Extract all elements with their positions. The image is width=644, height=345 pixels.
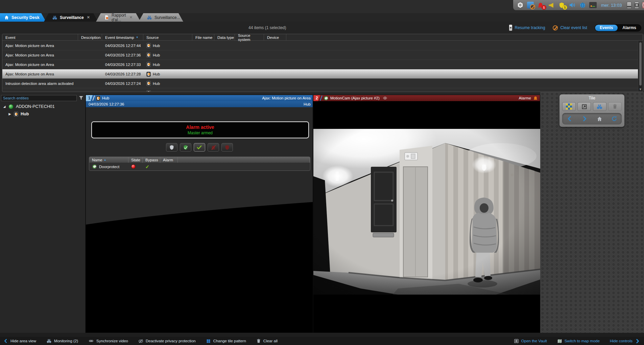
hub-icon xyxy=(96,96,100,101)
scrollbar-thumb[interactable] xyxy=(639,42,642,86)
search-input[interactable] xyxy=(1,95,77,101)
blocked-window-icon[interactable] xyxy=(527,2,534,8)
hide-area-view-button[interactable]: Hide area view xyxy=(3,339,36,343)
event-row[interactable]: Ajax: Motion picture on Area04/03/2026 1… xyxy=(2,41,638,50)
event-toolbar: 44 items (1 selected) Resume tracking Cl… xyxy=(0,22,644,34)
entity-tree: ◢ ADDON-PCTECH01 ▶ Hub xyxy=(0,103,85,118)
tile-vignette xyxy=(86,189,313,332)
change-tile-pattern-button[interactable]: Change tile pattern xyxy=(206,339,246,344)
volume-tray-icon[interactable] xyxy=(568,1,576,9)
hub-icon xyxy=(146,90,151,92)
scrollbar-down-arrow[interactable]: ▼ xyxy=(638,88,643,91)
disarm-button[interactable] xyxy=(166,143,177,152)
col-bypass[interactable]: Bypass xyxy=(143,157,160,163)
col-alarm[interactable]: Alarm xyxy=(160,157,178,163)
col-description[interactable]: Description xyxy=(78,34,102,41)
open-vault-button[interactable]: Open the Vault xyxy=(514,339,547,344)
tab-surveillance-2[interactable]: Surveillance... ✕ xyxy=(139,13,183,22)
home-tile-button[interactable] xyxy=(597,116,602,122)
monitoring-button[interactable]: Monitoring (2) xyxy=(46,338,78,344)
col-event[interactable]: Event xyxy=(2,34,78,41)
network-globe-icon[interactable] xyxy=(579,1,586,9)
tab-rapport[interactable]: Rapport d'al... ✕ xyxy=(96,13,141,22)
expander-open-icon[interactable]: ◢ xyxy=(3,105,6,108)
vault-icon xyxy=(514,339,519,344)
next-tile-button[interactable] xyxy=(581,116,588,122)
synchronize-video-button[interactable]: Synchronize video xyxy=(88,339,128,343)
tab-surveillance[interactable]: Surveillance ✕ xyxy=(44,13,98,22)
device-table: Name▲ State Bypass Alarm Doorprotect ✓ xyxy=(89,157,310,171)
col-data-type[interactable]: Data type xyxy=(214,34,235,41)
tile1-subheader: 04/03/2026 12:27:36 Hub xyxy=(86,101,313,107)
minimize-button[interactable] xyxy=(627,2,631,9)
hide-controls-button[interactable]: Hide controls xyxy=(610,339,640,344)
report-icon xyxy=(104,15,109,20)
col-file-name[interactable]: File name xyxy=(192,34,214,41)
state-alarm-indicator xyxy=(131,164,136,169)
refresh-tile-button[interactable] xyxy=(611,116,617,122)
change-pattern-button[interactable] xyxy=(562,102,576,111)
hub-icon xyxy=(146,52,151,58)
clear-event-list-button[interactable]: Clear event list xyxy=(553,25,587,30)
tile-pattern-icon xyxy=(566,104,572,110)
acknowledge-button[interactable] xyxy=(194,143,205,152)
monitor-binoculars-button[interactable] xyxy=(593,102,606,111)
tab-close-icon[interactable]: ✕ xyxy=(182,15,185,20)
link-icon xyxy=(88,339,94,343)
events-toggle[interactable]: Events xyxy=(595,25,618,31)
tree-node-hub[interactable]: ▶ Hub xyxy=(0,110,85,118)
event-list-header: Event Description Event timestamp▼ Sourc… xyxy=(2,34,643,41)
sort-arrow-icon: ▲ xyxy=(104,158,106,161)
event-row-selected[interactable]: Ajax: Motion picture on Area04/03/2026 1… xyxy=(2,69,638,79)
event-row[interactable]: Intrusion detection area master armed04/… xyxy=(2,88,638,92)
col-state[interactable]: State xyxy=(128,157,143,163)
previous-tile-button[interactable] xyxy=(567,116,573,122)
resume-tracking-button[interactable]: Resume tracking xyxy=(509,25,545,31)
col-name[interactable]: Name▲ xyxy=(89,157,128,163)
clear-tile-button[interactable] xyxy=(608,102,622,111)
tile-2-motioncam[interactable]: 2 MotionCam (Ajax picture #2) Alarme xyxy=(313,95,540,333)
tile-widget-title: Tile xyxy=(562,96,622,100)
close-button[interactable]: ✕ xyxy=(642,2,644,9)
tree-node-server[interactable]: ◢ ADDON-PCTECH01 xyxy=(0,103,85,110)
alarms-toggle[interactable]: Alarms xyxy=(618,25,641,31)
warning-shield-icon[interactable]: 1 xyxy=(558,1,565,9)
home-button[interactable]: Security Desk xyxy=(0,13,46,22)
binoculars-icon xyxy=(46,338,52,344)
col-event-timestamp[interactable]: Event timestamp▼ xyxy=(102,34,143,41)
maximize-button[interactable] xyxy=(635,2,639,9)
filter-icon[interactable] xyxy=(78,95,84,101)
col-source-system[interactable]: Source system xyxy=(235,34,264,41)
trigger-alarm-button[interactable] xyxy=(221,143,233,152)
events-alarms-toggle: Events Alarms xyxy=(595,24,641,31)
tab-close-icon[interactable]: ✕ xyxy=(129,15,133,20)
server-icon xyxy=(8,104,14,109)
grid-icon xyxy=(206,339,211,344)
binoculars-icon xyxy=(147,15,152,20)
silence-alarm-button[interactable] xyxy=(208,143,219,152)
health-monitor-icon[interactable] xyxy=(589,2,597,8)
event-row[interactable]: Intrusion detection area alarm activated… xyxy=(2,79,638,88)
tile-1-hub[interactable]: 1 Hub Ajax: Motion picture on Area 04/03… xyxy=(86,95,313,333)
switch-map-mode-button[interactable]: Switch to map mode xyxy=(557,339,600,344)
tab-close-icon[interactable]: ✕ xyxy=(87,15,90,20)
device-row[interactable]: Doorprotect ✓ xyxy=(89,163,310,170)
hub-icon xyxy=(146,62,151,67)
clear-all-button[interactable]: Clear all xyxy=(256,339,278,343)
maximize-tile-button[interactable] xyxy=(577,102,591,111)
camera-image xyxy=(313,129,541,295)
privacy-protection-button[interactable]: Deactivate privacy protection xyxy=(138,339,196,344)
arm-button[interactable] xyxy=(180,143,191,152)
expander-closed-icon[interactable]: ▶ xyxy=(8,112,11,116)
col-source[interactable]: Source xyxy=(143,34,192,41)
bottom-control-bar: Hide area view Monitoring (2) Synchroniz… xyxy=(0,337,644,345)
horn-tray-icon[interactable] xyxy=(547,1,555,9)
hub-icon xyxy=(146,72,151,77)
event-row[interactable]: Ajax: Motion picture on Area04/03/2026 1… xyxy=(2,50,638,60)
camera-frame[interactable] xyxy=(313,129,541,295)
col-device[interactable]: Device xyxy=(264,34,286,41)
event-row[interactable]: Ajax: Motion picture on Area04/03/2026 1… xyxy=(2,60,638,69)
alarm-tray-icon[interactable]: 1 xyxy=(537,1,544,9)
security-desk-window: 1 1 mer. 13:03 ✕ Security Desk Surve xyxy=(0,0,644,345)
event-list-scrollbar[interactable]: ▼ xyxy=(638,41,643,91)
